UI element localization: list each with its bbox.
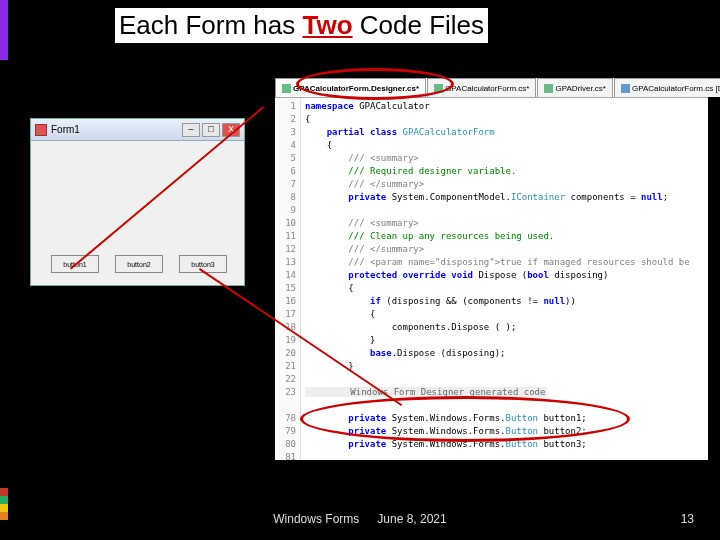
slide-footer: Windows Forms June 8, 2021 (0, 512, 720, 526)
app-icon (35, 124, 47, 136)
csharp-icon (544, 84, 553, 93)
callout-ellipse-tabs (296, 68, 454, 100)
line-number-gutter: 1234567891011121314151617181920212223787… (275, 98, 301, 460)
title-highlight: Two (303, 10, 353, 40)
form-button-2[interactable]: button2 (115, 255, 163, 273)
footer-date: June 8, 2021 (377, 512, 446, 526)
form-titlebar: Form1 – □ X (31, 119, 244, 141)
maximize-button[interactable]: □ (202, 123, 220, 137)
slide-title: Each Form has Two Code Files (115, 8, 488, 43)
form-designer-window: Form1 – □ X button1 button2 button3 (30, 118, 245, 286)
tab-label: GPACalculatorForm.cs* (445, 84, 529, 93)
form-title: Form1 (51, 124, 80, 135)
tab-label: GPACalculatorForm.cs [Design]* (632, 84, 720, 93)
footer-topic: Windows Forms (273, 512, 359, 526)
tab-driver-cs[interactable]: GPADriver.cs* (537, 78, 613, 97)
csharp-icon (282, 84, 291, 93)
tab-label: GPADriver.cs* (555, 84, 606, 93)
callout-ellipse-button-declarations (300, 396, 630, 442)
title-pre: Each Form has (119, 10, 303, 40)
form-design-icon (621, 84, 630, 93)
tab-design-view[interactable]: GPACalculatorForm.cs [Design]* (614, 78, 720, 97)
slide-number: 13 (681, 512, 694, 526)
minimize-button[interactable]: – (182, 123, 200, 137)
title-post: Code Files (353, 10, 485, 40)
